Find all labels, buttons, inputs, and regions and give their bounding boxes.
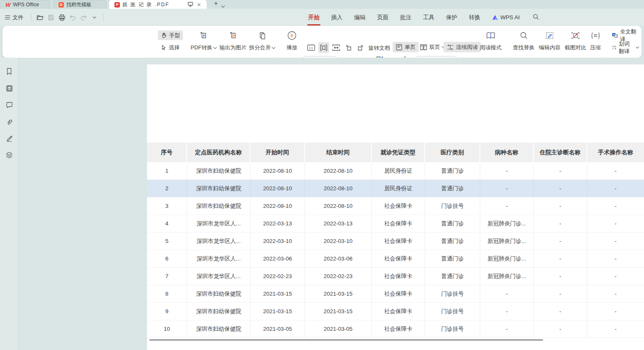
table-cell: 6 — [147, 250, 187, 267]
table-cell: - — [480, 180, 534, 197]
table-cell: 2021-03-15 — [251, 303, 305, 320]
read-mode-label: 阅读模式 — [480, 44, 502, 51]
open-file-button[interactable] — [35, 13, 46, 23]
file-menu-button[interactable]: 文件 — [0, 14, 28, 21]
tab-wps-office[interactable]: W WPS Office — [0, 0, 50, 9]
wps-logo-icon: W — [5, 2, 10, 8]
table-cell: 2022-03-13 — [251, 215, 305, 232]
menu-tab-tools[interactable]: 工具 — [422, 12, 435, 23]
document-area: 序号定点医药机构名称开始时间结束时间就诊凭证类型医疗类别病种名称住院主诊断名称手… — [19, 58, 644, 350]
table-cell: 普通门诊 — [425, 180, 480, 197]
table-cell: - — [534, 268, 587, 285]
table-row: 5深圳市龙华区人...2022-03-102022-03-10社会保障卡普通门诊… — [147, 232, 644, 250]
thumbnail-icon[interactable] — [5, 84, 14, 93]
table-cell: 2 — [147, 180, 187, 197]
search-icon[interactable] — [532, 13, 539, 21]
play-label: 播放 — [287, 44, 297, 51]
column-header: 就诊凭证类型 — [372, 143, 425, 162]
table-cell: 居民身份证 — [372, 180, 425, 197]
layers-icon[interactable] — [5, 151, 14, 160]
menu-tab-page[interactable]: 页面 — [376, 12, 389, 23]
fit-width-icon[interactable] — [318, 42, 329, 53]
edit-content-button[interactable]: 编辑内容 — [537, 30, 562, 51]
comment-icon[interactable] — [5, 100, 14, 110]
quickbar-more-chevron-icon[interactable] — [89, 13, 100, 23]
table-cell: - — [587, 320, 644, 337]
find-replace-button[interactable]: 查找替换 — [511, 30, 536, 51]
tab-list-chevron-icon[interactable] — [222, 1, 228, 9]
menu-tab-home[interactable]: 开始 — [307, 12, 320, 23]
menu-tab-insert[interactable]: 插入 — [330, 12, 343, 23]
medical-records-table: 序号定点医药机构名称开始时间结束时间就诊凭证类型医疗类别病种名称住院主诊断名称手… — [147, 143, 644, 338]
tab-pdf-document[interactable]: P 就 医 记 录 .PDF ✕ — [109, 0, 207, 9]
full-text-translate-button[interactable]: A 字 全文翻译 — [609, 31, 641, 40]
table-cell: - — [480, 162, 534, 179]
table-cell: 普通门诊 — [425, 215, 480, 232]
tab-docer-templates[interactable]: D 找稻壳模板 — [53, 0, 106, 9]
table-cell: 2022-03-13 — [305, 215, 372, 232]
close-tab-icon[interactable]: ✕ — [197, 2, 201, 8]
table-cell: 深圳市妇幼保健院 — [187, 180, 251, 197]
svg-text:文: 文 — [612, 48, 614, 50]
save-button[interactable] — [46, 13, 56, 23]
rotate-right-icon[interactable] — [355, 42, 366, 53]
attachment-icon[interactable] — [5, 117, 14, 126]
table-cell: 社会保障卡 — [372, 320, 425, 337]
compress-button[interactable]: 压缩 — [588, 30, 603, 51]
print-button[interactable] — [56, 13, 67, 23]
read-mode-button[interactable]: 阅读模式 — [478, 30, 504, 51]
monitor-icon[interactable] — [188, 2, 193, 8]
rotate-left-icon[interactable] — [343, 42, 354, 53]
play-button[interactable]: 播放 — [283, 30, 301, 51]
menu-tab-wps-ai[interactable]: WPS AI — [491, 13, 521, 22]
word-translate-button[interactable]: A 文 划词翻译 — [609, 43, 641, 52]
pdf-convert-icon: W — [199, 30, 208, 41]
table-row: 9深圳市妇幼保健院2021-03-152021-03-15社会保障卡门诊挂号--… — [147, 303, 644, 320]
table-cell: - — [587, 162, 644, 179]
table-cell: 2021-03-15 — [251, 285, 305, 302]
main-menus: 开始 插入 编辑 页面 批注 工具 保护 转换 WPS AI — [307, 9, 539, 26]
menu-tab-protect[interactable]: 保护 — [445, 12, 458, 23]
pdf-convert-button[interactable]: W PDF转换 — [189, 30, 218, 51]
menu-tab-convert[interactable]: 转换 — [468, 12, 481, 23]
select-tool-button[interactable]: 选择 — [158, 43, 183, 52]
actual-size-icon[interactable]: 1:1 — [306, 42, 317, 53]
menu-tab-edit[interactable]: 编辑 — [353, 12, 366, 23]
table-cell: - — [587, 232, 644, 250]
table-cell: - — [587, 215, 644, 232]
menu-tab-comment[interactable]: 批注 — [399, 12, 412, 23]
edit-content-icon — [545, 30, 554, 41]
table-cell: 深圳市妇幼保健院 — [187, 320, 251, 337]
continuous-reading-icon — [446, 44, 454, 51]
double-page-button[interactable]: 双页 — [417, 42, 448, 52]
screenshot-compare-button[interactable]: 截图对比 — [563, 30, 588, 51]
signature-pen-icon[interactable] — [5, 134, 14, 143]
table-cell: 新冠肺炎门诊... — [480, 268, 534, 285]
hand-tool-button[interactable]: 手型 — [158, 31, 183, 40]
table-cell: 深圳市妇幼保健院 — [187, 303, 251, 320]
fit-page-icon[interactable] — [331, 42, 342, 53]
divider — [31, 14, 31, 21]
table-cell: 深圳市妇幼保健院 — [187, 197, 251, 215]
continuous-reading-button[interactable]: 连续阅读 — [444, 42, 481, 52]
redo-button[interactable] — [78, 13, 89, 23]
table-cell: 8 — [147, 285, 187, 302]
docer-icon: D — [58, 2, 64, 8]
single-page-button[interactable]: 单页 — [393, 42, 418, 52]
bookmark-icon[interactable] — [5, 67, 14, 76]
double-page-label: 双页 — [429, 43, 440, 51]
table-cell: 2022-08-10 — [305, 162, 372, 179]
table-cell: - — [587, 197, 644, 215]
column-header: 手术操作名称 — [587, 143, 644, 162]
column-header: 病种名称 — [480, 143, 534, 162]
pdf-convert-label: PDF转换 — [191, 44, 213, 51]
rotate-document-label[interactable]: 旋转文档 — [368, 44, 390, 52]
table-cell: 4 — [147, 215, 187, 232]
menu-bar: 文件 开始 插入 编辑 页面 批注 工具 保护 转换 WPS AI — [0, 9, 644, 26]
split-merge-button[interactable]: 拆分合并 — [247, 30, 276, 51]
undo-button[interactable] — [67, 13, 78, 23]
table-cell: - — [534, 162, 587, 179]
export-image-button[interactable]: 输出为图片 — [218, 30, 248, 51]
split-merge-label: 拆分合并 — [249, 44, 271, 51]
new-tab-button[interactable]: ＋ — [207, 0, 222, 9]
